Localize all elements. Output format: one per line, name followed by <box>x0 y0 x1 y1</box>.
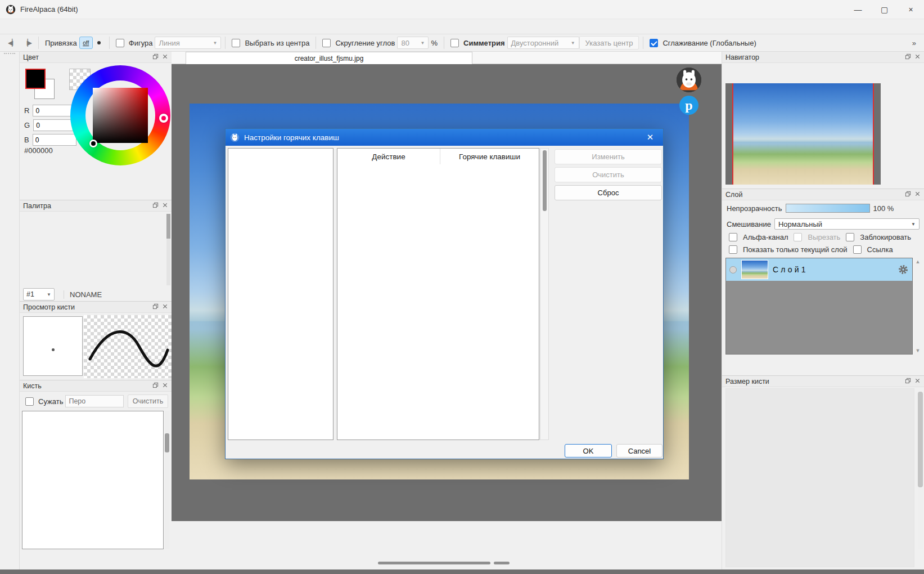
close-button[interactable]: × <box>898 0 924 19</box>
canvas-area: creator_illust_fjsmu.jpg p Настройки гор… <box>172 52 722 569</box>
change-hotkey-button[interactable]: Изменить <box>555 149 662 164</box>
saturation-square[interactable] <box>93 88 148 143</box>
drag-handle[interactable] <box>4 53 15 56</box>
symmetry-select[interactable]: Двусторонний▼ <box>507 37 579 49</box>
corner-rounding-select[interactable]: 80▼ <box>397 37 429 49</box>
narrow-checkbox[interactable] <box>25 397 34 406</box>
left-panels: Цвет R G B #000000 Палитра #1▼ <box>20 52 172 569</box>
color-panel: Цвет R G B #000000 <box>20 52 172 200</box>
shape-checkbox[interactable] <box>116 39 124 47</box>
brush-stroke-preview <box>84 315 172 378</box>
clipping-checkbox[interactable] <box>794 233 802 241</box>
palette-scrollbar[interactable] <box>166 214 170 285</box>
reset-hotkeys-button[interactable]: Сброс <box>555 185 662 200</box>
layer-gear-icon[interactable] <box>898 264 909 275</box>
brush-clear-button[interactable]: Очистить <box>128 394 168 408</box>
next-tool-button[interactable]: ▕▶ <box>19 39 34 47</box>
cancel-button[interactable]: Cancel <box>616 444 662 458</box>
brush-size-panel: Размер кисти <box>722 376 924 569</box>
corner-rounding-checkbox[interactable] <box>322 39 331 47</box>
smoothing-checkbox[interactable] <box>650 39 658 47</box>
layer-thumbnail <box>741 260 768 279</box>
hue-marker[interactable] <box>159 114 168 123</box>
layer-panel: Слой Непрозрачность 100 % Смешивание Нор… <box>722 189 924 376</box>
select-from-center-checkbox[interactable] <box>232 39 240 47</box>
close-panel-icon[interactable] <box>162 382 168 390</box>
shape-select[interactable]: Линия▼ <box>155 37 221 49</box>
maximize-button[interactable]: ▢ <box>871 0 898 19</box>
blend-mode-select[interactable]: Нормальный▼ <box>774 218 920 230</box>
close-panel-icon[interactable] <box>914 191 921 199</box>
hotkey-settings-dialog: Настройки горячих клавиш ✕ Действие Горя… <box>225 128 664 459</box>
layer-visibility-radio[interactable] <box>729 266 737 273</box>
symmetry-checkbox[interactable] <box>450 39 459 47</box>
set-center-button[interactable]: Указать центр <box>579 36 639 50</box>
layer-scroll-up-icon[interactable]: ▲ <box>916 259 921 264</box>
canvas-horizontal-scrollbar[interactable] <box>172 557 722 569</box>
show-only-current-checkbox[interactable] <box>729 245 737 254</box>
show-only-current-label: Показать только текущий слой <box>743 245 848 254</box>
hotkey-table-header: Действие Горячие клавиши <box>337 149 539 164</box>
float-panel-icon[interactable] <box>905 191 911 199</box>
b-input[interactable] <box>33 134 76 146</box>
opacity-slider[interactable] <box>786 204 870 213</box>
snap-point-icon[interactable] <box>96 40 102 46</box>
scrollbar-thumb[interactable] <box>378 562 490 564</box>
view-bound-right <box>873 83 874 185</box>
sv-marker[interactable] <box>89 140 97 147</box>
minimize-button[interactable]: — <box>845 0 871 19</box>
close-panel-icon[interactable] <box>914 53 921 61</box>
dialog-alpaca-icon <box>230 133 240 142</box>
dialog-title-bar[interactable]: Настройки горячих клавиш ✕ <box>226 129 663 146</box>
navigator-thumbnail[interactable] <box>725 83 881 185</box>
layer-name: Слой1 <box>773 265 808 274</box>
dialog-close-icon[interactable]: ✕ <box>642 129 659 146</box>
brush-list-scrollbar[interactable] <box>165 411 169 549</box>
close-panel-icon[interactable] <box>162 303 168 311</box>
palette-grid <box>23 214 160 285</box>
document-tab[interactable]: creator_illust_fjsmu.jpg <box>186 52 472 64</box>
reference-checkbox[interactable] <box>853 245 862 254</box>
layer-panel-title: Слой <box>725 191 742 199</box>
main-toolbar: ◀▏ ▕▶ Привязка off Фигура Линия▼ Выбрать… <box>0 34 924 52</box>
color-wheel[interactable] <box>70 65 170 165</box>
canvas-viewport[interactable]: p Настройки горячих клавиш ✕ Действие Го… <box>172 64 722 521</box>
reference-label: Ссылка <box>867 245 893 254</box>
scrollbar-thumb[interactable] <box>494 562 510 564</box>
brush-filter-input[interactable] <box>65 395 124 407</box>
narrow-label: Сужать <box>38 397 63 406</box>
pixiv-badge: p <box>679 96 698 115</box>
palette-slot-select[interactable]: #1▼ <box>23 288 55 301</box>
snap-off-button[interactable]: off <box>79 37 93 49</box>
hotkey-table: Действие Горячие клавиши <box>337 148 539 440</box>
app-icon <box>6 5 16 15</box>
alpha-channel-checkbox[interactable] <box>729 233 737 241</box>
prev-tool-button[interactable]: ◀▏ <box>4 39 19 47</box>
brush-preview-panel: Просмотр кисти <box>20 302 172 380</box>
hotkey-table-scrollbar[interactable] <box>540 148 549 440</box>
close-panel-icon[interactable] <box>914 378 921 385</box>
float-panel-icon[interactable] <box>152 303 159 311</box>
percent-label: % <box>431 39 438 47</box>
close-panel-icon[interactable] <box>162 53 168 61</box>
snap-label: Привязка <box>45 39 77 47</box>
clear-hotkey-button[interactable]: Очистить <box>555 167 662 182</box>
clipping-label: Вырезать <box>808 233 840 241</box>
layer-scroll-down-icon[interactable]: ▼ <box>916 348 921 353</box>
float-panel-icon[interactable] <box>905 53 911 61</box>
primary-color-swatch[interactable] <box>25 69 46 89</box>
close-panel-icon[interactable] <box>162 202 168 210</box>
layer-list: Слой1 <box>725 258 913 355</box>
float-panel-icon[interactable] <box>152 202 159 210</box>
ok-button[interactable]: OK <box>565 444 612 458</box>
float-panel-icon[interactable] <box>905 378 911 385</box>
toolbar-overflow-chevron[interactable]: » <box>912 39 916 47</box>
layer-row[interactable]: Слой1 <box>726 258 912 281</box>
brush-preview-title: Просмотр кисти <box>23 303 75 311</box>
title-bar: FireAlpaca (64bit) — ▢ × <box>0 0 924 19</box>
lock-checkbox[interactable] <box>846 233 854 241</box>
brush-size-scrollbar[interactable] <box>918 392 923 549</box>
float-panel-icon[interactable] <box>152 53 159 61</box>
float-panel-icon[interactable] <box>152 382 159 390</box>
g-label: G <box>24 121 30 129</box>
